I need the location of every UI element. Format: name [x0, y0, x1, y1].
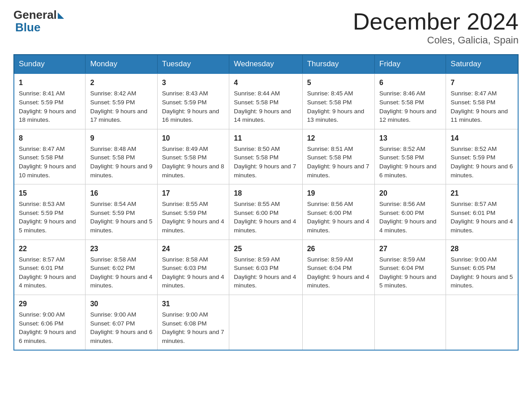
sunrise-text: Sunrise: 8:51 AM: [307, 146, 353, 152]
sunrise-text: Sunrise: 8:52 AM: [379, 146, 425, 152]
sunset-text: Sunset: 6:05 PM: [450, 265, 495, 271]
page-header: General Blue December 2024 Coles, Galici…: [13, 9, 519, 46]
sunset-text: Sunset: 5:59 PM: [450, 154, 495, 161]
day-number: 7: [450, 77, 513, 88]
day-number: 26: [307, 244, 370, 254]
daylight-text: Daylight: 9 hours and 17 minutes.: [90, 108, 147, 124]
calendar-cell: 2Sunrise: 8:42 AMSunset: 5:59 PMDaylight…: [86, 73, 157, 129]
day-number: 1: [19, 77, 81, 88]
day-number: 17: [162, 188, 225, 198]
weekday-header-wednesday: Wednesday: [229, 55, 302, 73]
sunset-text: Sunset: 6:06 PM: [19, 320, 64, 327]
calendar-cell: 4Sunrise: 8:44 AMSunset: 5:58 PMDaylight…: [229, 73, 302, 129]
sunrise-text: Sunrise: 8:53 AM: [19, 201, 65, 207]
title-block: December 2024 Coles, Galicia, Spain: [353, 9, 519, 46]
daylight-text: Daylight: 9 hours and 4 minutes.: [162, 218, 224, 234]
sunset-text: Sunset: 6:03 PM: [234, 265, 279, 271]
sunset-text: Sunset: 5:58 PM: [307, 154, 352, 161]
sunset-text: Sunset: 5:58 PM: [307, 99, 352, 106]
sunset-text: Sunset: 6:03 PM: [162, 265, 207, 271]
sunrise-text: Sunrise: 8:59 AM: [234, 256, 280, 263]
daylight-text: Daylight: 9 hours and 13 minutes.: [307, 108, 365, 124]
calendar-week-row: 1Sunrise: 8:41 AMSunset: 5:59 PMDaylight…: [14, 73, 518, 129]
sunset-text: Sunset: 5:58 PM: [379, 99, 424, 106]
calendar-week-row: 29Sunrise: 9:00 AMSunset: 6:06 PMDayligh…: [14, 295, 518, 350]
calendar-week-row: 8Sunrise: 8:47 AMSunset: 5:58 PMDaylight…: [14, 129, 518, 184]
sunrise-text: Sunrise: 8:41 AM: [19, 90, 65, 97]
calendar-cell: 29Sunrise: 9:00 AMSunset: 6:06 PMDayligh…: [14, 295, 86, 350]
daylight-text: Daylight: 9 hours and 6 minutes.: [19, 329, 76, 344]
calendar-cell: 22Sunrise: 8:57 AMSunset: 6:01 PMDayligh…: [14, 240, 86, 295]
sunrise-text: Sunrise: 8:55 AM: [234, 201, 280, 207]
sunset-text: Sunset: 6:00 PM: [379, 210, 424, 216]
daylight-text: Daylight: 9 hours and 5 minutes.: [19, 218, 76, 234]
daylight-text: Daylight: 9 hours and 4 minutes.: [379, 218, 437, 234]
day-number: 27: [379, 244, 441, 254]
daylight-text: Daylight: 9 hours and 4 minutes.: [90, 274, 152, 289]
day-number: 8: [19, 133, 81, 143]
calendar-cell: 24Sunrise: 8:58 AMSunset: 6:03 PMDayligh…: [157, 240, 229, 295]
calendar-cell: 21Sunrise: 8:57 AMSunset: 6:01 PMDayligh…: [446, 184, 518, 240]
daylight-text: Daylight: 9 hours and 7 minutes.: [162, 329, 224, 344]
sunrise-text: Sunrise: 8:56 AM: [307, 201, 353, 207]
day-number: 22: [19, 244, 81, 254]
sunrise-text: Sunrise: 9:00 AM: [450, 256, 497, 263]
daylight-text: Daylight: 9 hours and 12 minutes.: [379, 108, 437, 124]
calendar-cell: 14Sunrise: 8:52 AMSunset: 5:59 PMDayligh…: [446, 129, 518, 184]
calendar-cell: 6Sunrise: 8:46 AMSunset: 5:58 PMDaylight…: [375, 73, 446, 129]
calendar-cell: 25Sunrise: 8:59 AMSunset: 6:03 PMDayligh…: [229, 240, 302, 295]
day-number: 21: [450, 188, 513, 198]
calendar-table: SundayMondayTuesdayWednesdayThursdayFrid…: [13, 54, 519, 351]
sunset-text: Sunset: 5:59 PM: [19, 99, 64, 106]
sunset-text: Sunset: 6:00 PM: [234, 210, 279, 216]
calendar-cell: 28Sunrise: 9:00 AMSunset: 6:05 PMDayligh…: [446, 240, 518, 295]
sunset-text: Sunset: 6:00 PM: [307, 210, 352, 216]
calendar-cell: [375, 295, 446, 350]
sunset-text: Sunset: 5:59 PM: [19, 210, 64, 216]
calendar-cell: 10Sunrise: 8:49 AMSunset: 5:58 PMDayligh…: [157, 129, 229, 184]
sunrise-text: Sunrise: 8:56 AM: [379, 201, 425, 207]
day-number: 30: [90, 299, 152, 309]
sunrise-text: Sunrise: 8:46 AM: [379, 90, 425, 97]
calendar-week-row: 15Sunrise: 8:53 AMSunset: 5:59 PMDayligh…: [14, 184, 518, 240]
day-number: 12: [307, 133, 370, 143]
weekday-header-saturday: Saturday: [446, 55, 518, 73]
day-number: 28: [450, 244, 513, 254]
day-number: 11: [234, 133, 297, 143]
logo-general-text: General: [13, 9, 57, 21]
daylight-text: Daylight: 9 hours and 7 minutes.: [307, 163, 369, 179]
weekday-header-sunday: Sunday: [14, 55, 86, 73]
day-number: 4: [234, 77, 297, 88]
weekday-header-monday: Monday: [86, 55, 157, 73]
sunset-text: Sunset: 5:59 PM: [90, 99, 135, 106]
sunrise-text: Sunrise: 8:59 AM: [379, 256, 425, 263]
daylight-text: Daylight: 9 hours and 4 minutes.: [234, 274, 296, 289]
day-number: 24: [162, 244, 225, 254]
day-number: 10: [162, 133, 225, 143]
daylight-text: Daylight: 9 hours and 18 minutes.: [19, 108, 76, 124]
sunset-text: Sunset: 6:02 PM: [90, 265, 135, 271]
sunrise-text: Sunrise: 9:00 AM: [90, 311, 136, 318]
daylight-text: Daylight: 9 hours and 6 minutes.: [90, 329, 152, 344]
daylight-text: Daylight: 9 hours and 10 minutes.: [19, 163, 76, 179]
calendar-cell: 7Sunrise: 8:47 AMSunset: 5:58 PMDaylight…: [446, 73, 518, 129]
sunrise-text: Sunrise: 8:47 AM: [450, 90, 497, 97]
daylight-text: Daylight: 9 hours and 11 minutes.: [450, 108, 508, 124]
sunset-text: Sunset: 5:58 PM: [90, 154, 135, 161]
calendar-cell: 1Sunrise: 8:41 AMSunset: 5:59 PMDaylight…: [14, 73, 86, 129]
sunrise-text: Sunrise: 8:57 AM: [19, 256, 65, 263]
sunset-text: Sunset: 6:08 PM: [162, 320, 207, 327]
sunrise-text: Sunrise: 8:55 AM: [162, 201, 208, 207]
month-title: December 2024: [353, 9, 519, 34]
daylight-text: Daylight: 9 hours and 5 minutes.: [450, 274, 513, 289]
calendar-cell: 5Sunrise: 8:45 AMSunset: 5:58 PMDaylight…: [302, 73, 374, 129]
calendar-cell: [229, 295, 302, 350]
calendar-header-row: SundayMondayTuesdayWednesdayThursdayFrid…: [14, 55, 518, 73]
daylight-text: Daylight: 9 hours and 16 minutes.: [162, 108, 219, 124]
sunset-text: Sunset: 5:58 PM: [162, 154, 207, 161]
sunset-text: Sunset: 5:58 PM: [450, 99, 495, 106]
calendar-cell: 12Sunrise: 8:51 AMSunset: 5:58 PMDayligh…: [302, 129, 374, 184]
calendar-cell: 11Sunrise: 8:50 AMSunset: 5:58 PMDayligh…: [229, 129, 302, 184]
calendar-cell: 17Sunrise: 8:55 AMSunset: 5:59 PMDayligh…: [157, 184, 229, 240]
calendar-cell: 9Sunrise: 8:48 AMSunset: 5:58 PMDaylight…: [86, 129, 157, 184]
